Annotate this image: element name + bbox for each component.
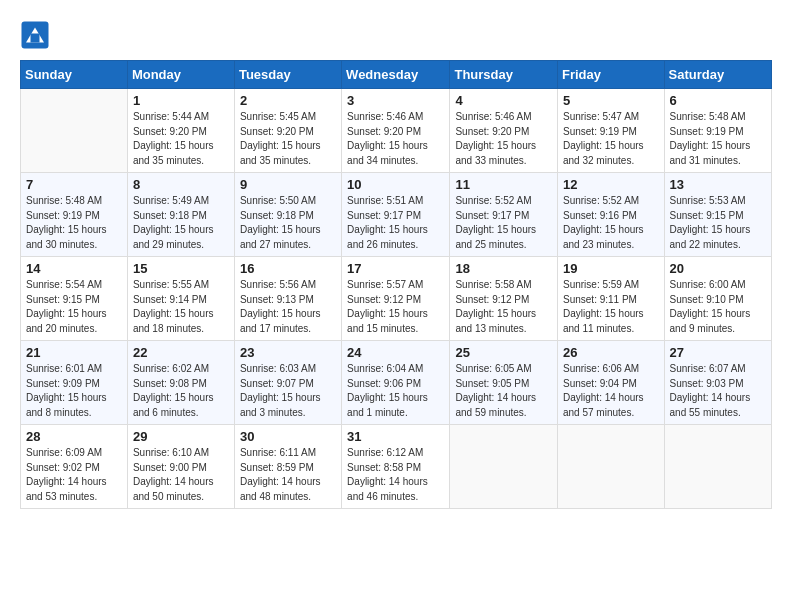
calendar-weekday-sunday: Sunday bbox=[21, 61, 128, 89]
day-info: Sunrise: 5:46 AM Sunset: 9:20 PM Dayligh… bbox=[347, 110, 444, 168]
day-number: 8 bbox=[133, 177, 229, 192]
calendar-cell: 22Sunrise: 6:02 AM Sunset: 9:08 PM Dayli… bbox=[127, 341, 234, 425]
day-info: Sunrise: 5:44 AM Sunset: 9:20 PM Dayligh… bbox=[133, 110, 229, 168]
day-info: Sunrise: 5:48 AM Sunset: 9:19 PM Dayligh… bbox=[26, 194, 122, 252]
day-info: Sunrise: 6:10 AM Sunset: 9:00 PM Dayligh… bbox=[133, 446, 229, 504]
calendar-cell: 8Sunrise: 5:49 AM Sunset: 9:18 PM Daylig… bbox=[127, 173, 234, 257]
calendar-cell: 30Sunrise: 6:11 AM Sunset: 8:59 PM Dayli… bbox=[234, 425, 341, 509]
day-info: Sunrise: 6:04 AM Sunset: 9:06 PM Dayligh… bbox=[347, 362, 444, 420]
day-number: 26 bbox=[563, 345, 659, 360]
calendar-cell: 26Sunrise: 6:06 AM Sunset: 9:04 PM Dayli… bbox=[558, 341, 665, 425]
calendar-cell: 18Sunrise: 5:58 AM Sunset: 9:12 PM Dayli… bbox=[450, 257, 558, 341]
calendar-cell: 19Sunrise: 5:59 AM Sunset: 9:11 PM Dayli… bbox=[558, 257, 665, 341]
calendar-cell: 27Sunrise: 6:07 AM Sunset: 9:03 PM Dayli… bbox=[664, 341, 771, 425]
day-info: Sunrise: 5:47 AM Sunset: 9:19 PM Dayligh… bbox=[563, 110, 659, 168]
calendar-cell: 13Sunrise: 5:53 AM Sunset: 9:15 PM Dayli… bbox=[664, 173, 771, 257]
page-header bbox=[20, 20, 772, 50]
day-number: 11 bbox=[455, 177, 552, 192]
day-number: 15 bbox=[133, 261, 229, 276]
svg-rect-2 bbox=[31, 34, 40, 43]
calendar-week-row: 14Sunrise: 5:54 AM Sunset: 9:15 PM Dayli… bbox=[21, 257, 772, 341]
day-number: 22 bbox=[133, 345, 229, 360]
day-info: Sunrise: 5:51 AM Sunset: 9:17 PM Dayligh… bbox=[347, 194, 444, 252]
calendar-cell: 4Sunrise: 5:46 AM Sunset: 9:20 PM Daylig… bbox=[450, 89, 558, 173]
day-info: Sunrise: 6:05 AM Sunset: 9:05 PM Dayligh… bbox=[455, 362, 552, 420]
calendar-cell bbox=[450, 425, 558, 509]
calendar-cell: 14Sunrise: 5:54 AM Sunset: 9:15 PM Dayli… bbox=[21, 257, 128, 341]
day-number: 29 bbox=[133, 429, 229, 444]
day-number: 2 bbox=[240, 93, 336, 108]
day-number: 23 bbox=[240, 345, 336, 360]
day-number: 4 bbox=[455, 93, 552, 108]
day-number: 6 bbox=[670, 93, 766, 108]
day-number: 5 bbox=[563, 93, 659, 108]
calendar-header-row: SundayMondayTuesdayWednesdayThursdayFrid… bbox=[21, 61, 772, 89]
day-info: Sunrise: 5:46 AM Sunset: 9:20 PM Dayligh… bbox=[455, 110, 552, 168]
logo bbox=[20, 20, 52, 50]
calendar-cell: 5Sunrise: 5:47 AM Sunset: 9:19 PM Daylig… bbox=[558, 89, 665, 173]
calendar-cell: 31Sunrise: 6:12 AM Sunset: 8:58 PM Dayli… bbox=[342, 425, 450, 509]
calendar-weekday-tuesday: Tuesday bbox=[234, 61, 341, 89]
day-number: 28 bbox=[26, 429, 122, 444]
day-info: Sunrise: 6:01 AM Sunset: 9:09 PM Dayligh… bbox=[26, 362, 122, 420]
day-number: 7 bbox=[26, 177, 122, 192]
calendar-cell bbox=[21, 89, 128, 173]
day-number: 1 bbox=[133, 93, 229, 108]
calendar-cell: 7Sunrise: 5:48 AM Sunset: 9:19 PM Daylig… bbox=[21, 173, 128, 257]
calendar-cell: 10Sunrise: 5:51 AM Sunset: 9:17 PM Dayli… bbox=[342, 173, 450, 257]
day-number: 17 bbox=[347, 261, 444, 276]
calendar-cell: 21Sunrise: 6:01 AM Sunset: 9:09 PM Dayli… bbox=[21, 341, 128, 425]
calendar-cell: 12Sunrise: 5:52 AM Sunset: 9:16 PM Dayli… bbox=[558, 173, 665, 257]
calendar-cell: 28Sunrise: 6:09 AM Sunset: 9:02 PM Dayli… bbox=[21, 425, 128, 509]
day-number: 21 bbox=[26, 345, 122, 360]
calendar-week-row: 21Sunrise: 6:01 AM Sunset: 9:09 PM Dayli… bbox=[21, 341, 772, 425]
day-info: Sunrise: 5:59 AM Sunset: 9:11 PM Dayligh… bbox=[563, 278, 659, 336]
day-number: 30 bbox=[240, 429, 336, 444]
calendar-weekday-monday: Monday bbox=[127, 61, 234, 89]
day-number: 18 bbox=[455, 261, 552, 276]
day-info: Sunrise: 5:58 AM Sunset: 9:12 PM Dayligh… bbox=[455, 278, 552, 336]
day-number: 27 bbox=[670, 345, 766, 360]
day-number: 19 bbox=[563, 261, 659, 276]
day-number: 20 bbox=[670, 261, 766, 276]
day-info: Sunrise: 5:52 AM Sunset: 9:16 PM Dayligh… bbox=[563, 194, 659, 252]
day-info: Sunrise: 5:45 AM Sunset: 9:20 PM Dayligh… bbox=[240, 110, 336, 168]
day-info: Sunrise: 6:11 AM Sunset: 8:59 PM Dayligh… bbox=[240, 446, 336, 504]
day-info: Sunrise: 6:12 AM Sunset: 8:58 PM Dayligh… bbox=[347, 446, 444, 504]
calendar-cell: 20Sunrise: 6:00 AM Sunset: 9:10 PM Dayli… bbox=[664, 257, 771, 341]
calendar-week-row: 28Sunrise: 6:09 AM Sunset: 9:02 PM Dayli… bbox=[21, 425, 772, 509]
calendar-cell: 29Sunrise: 6:10 AM Sunset: 9:00 PM Dayli… bbox=[127, 425, 234, 509]
calendar-weekday-friday: Friday bbox=[558, 61, 665, 89]
day-info: Sunrise: 5:55 AM Sunset: 9:14 PM Dayligh… bbox=[133, 278, 229, 336]
calendar-cell: 11Sunrise: 5:52 AM Sunset: 9:17 PM Dayli… bbox=[450, 173, 558, 257]
day-info: Sunrise: 6:07 AM Sunset: 9:03 PM Dayligh… bbox=[670, 362, 766, 420]
calendar-week-row: 7Sunrise: 5:48 AM Sunset: 9:19 PM Daylig… bbox=[21, 173, 772, 257]
day-number: 9 bbox=[240, 177, 336, 192]
day-info: Sunrise: 6:09 AM Sunset: 9:02 PM Dayligh… bbox=[26, 446, 122, 504]
calendar-cell: 25Sunrise: 6:05 AM Sunset: 9:05 PM Dayli… bbox=[450, 341, 558, 425]
calendar-weekday-saturday: Saturday bbox=[664, 61, 771, 89]
day-info: Sunrise: 5:54 AM Sunset: 9:15 PM Dayligh… bbox=[26, 278, 122, 336]
day-number: 12 bbox=[563, 177, 659, 192]
calendar-weekday-wednesday: Wednesday bbox=[342, 61, 450, 89]
calendar-cell bbox=[558, 425, 665, 509]
calendar-cell: 17Sunrise: 5:57 AM Sunset: 9:12 PM Dayli… bbox=[342, 257, 450, 341]
calendar-cell: 24Sunrise: 6:04 AM Sunset: 9:06 PM Dayli… bbox=[342, 341, 450, 425]
day-number: 16 bbox=[240, 261, 336, 276]
day-info: Sunrise: 5:53 AM Sunset: 9:15 PM Dayligh… bbox=[670, 194, 766, 252]
day-number: 24 bbox=[347, 345, 444, 360]
day-info: Sunrise: 5:57 AM Sunset: 9:12 PM Dayligh… bbox=[347, 278, 444, 336]
day-number: 3 bbox=[347, 93, 444, 108]
calendar-cell: 15Sunrise: 5:55 AM Sunset: 9:14 PM Dayli… bbox=[127, 257, 234, 341]
day-info: Sunrise: 6:00 AM Sunset: 9:10 PM Dayligh… bbox=[670, 278, 766, 336]
day-number: 10 bbox=[347, 177, 444, 192]
calendar-cell: 2Sunrise: 5:45 AM Sunset: 9:20 PM Daylig… bbox=[234, 89, 341, 173]
day-number: 31 bbox=[347, 429, 444, 444]
calendar-cell: 1Sunrise: 5:44 AM Sunset: 9:20 PM Daylig… bbox=[127, 89, 234, 173]
day-info: Sunrise: 5:52 AM Sunset: 9:17 PM Dayligh… bbox=[455, 194, 552, 252]
day-info: Sunrise: 6:02 AM Sunset: 9:08 PM Dayligh… bbox=[133, 362, 229, 420]
calendar-table: SundayMondayTuesdayWednesdayThursdayFrid… bbox=[20, 60, 772, 509]
day-info: Sunrise: 5:50 AM Sunset: 9:18 PM Dayligh… bbox=[240, 194, 336, 252]
calendar-cell: 23Sunrise: 6:03 AM Sunset: 9:07 PM Dayli… bbox=[234, 341, 341, 425]
day-number: 14 bbox=[26, 261, 122, 276]
